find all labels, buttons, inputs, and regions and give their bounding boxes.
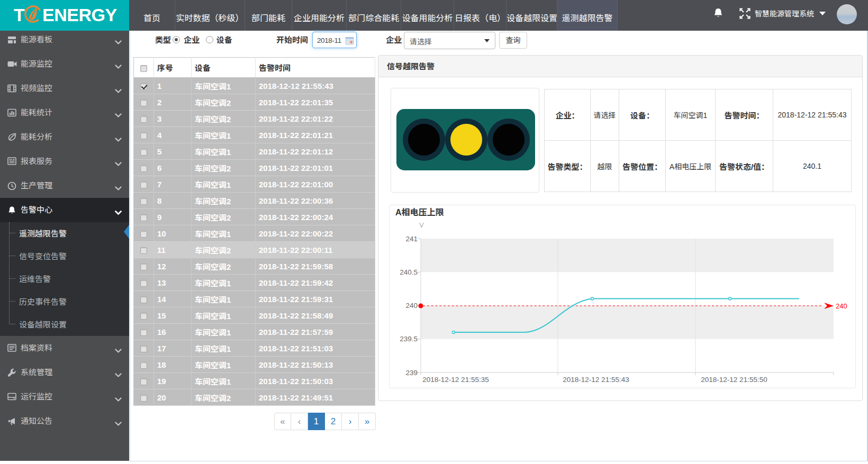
svg-text:2018-12-12 21:55:43: 2018-12-12 21:55:43 bbox=[563, 376, 629, 384]
svg-text:239: 239 bbox=[405, 369, 418, 377]
svg-text:239.5: 239.5 bbox=[400, 335, 418, 343]
svg-text:241: 241 bbox=[405, 235, 418, 243]
svg-text:240: 240 bbox=[405, 302, 418, 310]
svg-text:V: V bbox=[419, 221, 424, 229]
svg-text:240.5: 240.5 bbox=[400, 268, 418, 276]
svg-text:240: 240 bbox=[836, 302, 847, 310]
svg-text:2018-12-12 21:55:50: 2018-12-12 21:55:50 bbox=[701, 376, 767, 384]
svg-text:2018-12-12 21:55:35: 2018-12-12 21:55:35 bbox=[422, 376, 489, 384]
